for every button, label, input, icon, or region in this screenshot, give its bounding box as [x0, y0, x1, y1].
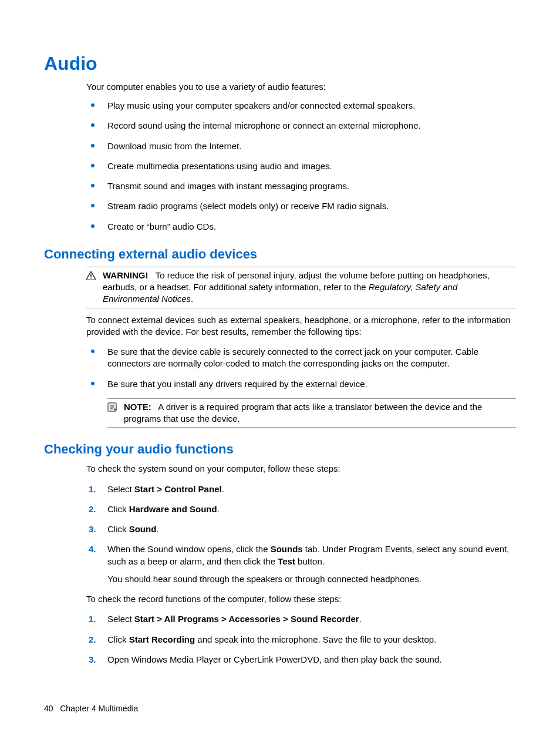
step-text: Select — [107, 614, 134, 624]
step-text: . — [217, 504, 220, 514]
step-bold: Start > Control Panel — [134, 484, 222, 494]
warning-icon — [86, 270, 103, 305]
list-item: Be sure that you install any drivers req… — [86, 378, 516, 390]
warning-body: WARNING! To reduce the risk of personal … — [103, 270, 516, 305]
step-text: . — [156, 524, 158, 534]
list-item: Be sure that the device cable is securel… — [86, 346, 516, 370]
list-item: Click Start Recording and speak into the… — [86, 634, 516, 646]
step-text: . — [359, 614, 362, 624]
step-text: and speak into the microphone. Save the … — [195, 634, 436, 644]
warning-label: WARNING! — [103, 270, 149, 280]
list-item: Stream radio programs (select models onl… — [86, 200, 516, 212]
svg-rect-1 — [90, 277, 91, 278]
list-item: Play music using your computer speakers … — [86, 100, 516, 112]
page-number: 40 — [44, 704, 53, 713]
intro-paragraph: Your computer enables you to use a varie… — [86, 82, 516, 92]
list-item: Select Start > Control Panel. — [86, 483, 516, 495]
list-item: Select Start > All Programs > Accessorie… — [86, 613, 516, 625]
warning-callout: WARNING! To reduce the risk of personal … — [86, 267, 516, 308]
check-steps-list-1: Select Start > Control Panel. Click Hard… — [86, 483, 516, 586]
list-item: When the Sound window opens, click the S… — [86, 543, 516, 585]
chapter-label: Chapter 4 Multimedia — [60, 704, 138, 713]
step-bold: Hardware and Sound — [129, 504, 217, 514]
list-item: Click Hardware and Sound. — [86, 503, 516, 515]
list-item: Record sound using the internal micropho… — [86, 120, 516, 132]
step-text: button. — [295, 556, 325, 566]
step-bold: Start Recording — [129, 634, 195, 644]
list-item: Download music from the Internet. — [86, 140, 516, 152]
svg-rect-0 — [90, 274, 91, 277]
step-text: Click — [107, 504, 129, 514]
check-intro: To check the system sound on your comput… — [86, 463, 516, 475]
step-bold: Test — [278, 556, 295, 566]
list-item: Create multimedia presentations using au… — [86, 160, 516, 172]
connect-tips-list: Be sure that the device cable is securel… — [86, 346, 516, 390]
step-text: When the Sound window opens, click the — [107, 544, 271, 554]
connect-intro: To connect external devices such as exte… — [86, 314, 516, 338]
heading-audio: Audio — [44, 53, 516, 75]
document-page: Audio Your computer enables you to use a… — [0, 0, 560, 746]
step-bold: Start > All Programs > Accessories > Sou… — [134, 614, 359, 624]
note-icon — [107, 401, 124, 425]
heading-connecting: Connecting external audio devices — [44, 247, 516, 262]
check-steps-list-2: Select Start > All Programs > Accessorie… — [86, 613, 516, 666]
note-text: A driver is a required program that acts… — [124, 402, 482, 424]
step-text: Click — [107, 634, 129, 644]
heading-checking: Checking your audio functions — [44, 442, 516, 457]
step-text: . — [222, 484, 224, 494]
step-bold: Sounds — [271, 544, 303, 554]
check-record-intro: To check the record functions of the com… — [86, 593, 516, 605]
page-footer: 40 Chapter 4 Multimedia — [44, 704, 138, 713]
step-text: Click — [107, 524, 129, 534]
note-body: NOTE: A driver is a required program tha… — [124, 401, 516, 425]
list-item: Click Sound. — [86, 523, 516, 535]
list-item: Create or “burn” audio CDs. — [86, 221, 516, 233]
list-item: Open Windows Media Player or CyberLink P… — [86, 654, 516, 666]
step-bold: Sound — [129, 524, 157, 534]
step-sub-paragraph: You should hear sound through the speake… — [107, 573, 516, 585]
list-item: Transmit sound and images with instant m… — [86, 180, 516, 192]
features-list: Play music using your computer speakers … — [86, 100, 516, 233]
note-label: NOTE: — [124, 402, 151, 412]
warning-text-after: . — [191, 294, 193, 304]
step-text: Select — [107, 484, 134, 494]
note-callout: NOTE: A driver is a required program tha… — [107, 398, 516, 428]
